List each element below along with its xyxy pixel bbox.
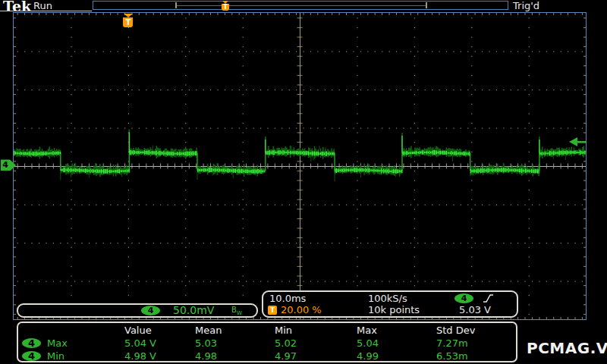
measurement-std-dev: 6.53m	[436, 350, 468, 362]
record-view-bar[interactable]: T	[93, 1, 508, 10]
column-header-value: Value	[124, 325, 152, 336]
top-status-bar: Tek Run T Trig'd	[0, 0, 607, 12]
vertical-scale-value: 50.0mV	[173, 304, 214, 316]
trigger-t-icon: T	[123, 17, 133, 27]
record-window-right-bracket-icon[interactable]	[426, 2, 427, 8]
measurement-label: Max	[47, 337, 68, 349]
measurement-max: 4.99	[357, 350, 379, 362]
measurement-table: Value Mean Min Max Std Dev 4 Max 5.04 V …	[17, 322, 517, 362]
trigger-source-badge: 4	[454, 293, 473, 303]
trigger-position-marker[interactable]: T	[123, 14, 133, 27]
trigger-level-value: 5.03 V	[459, 304, 491, 315]
bandwidth-limit-indicator: BW	[231, 306, 242, 316]
column-header-max: Max	[357, 325, 377, 336]
record-trigger-position-icon[interactable]: T	[221, 1, 230, 11]
measurement-value: 5.04 V	[124, 337, 156, 349]
channel-badge: 4	[22, 338, 41, 348]
time-per-division: 10.0ms	[269, 293, 306, 304]
trigger-position-percent: 20.00 %	[281, 304, 322, 315]
measurement-mean: 4.98	[195, 350, 217, 362]
measurement-min: 5.02	[275, 337, 297, 349]
waveform-trace	[14, 13, 586, 319]
channel-badge: 4	[22, 351, 41, 361]
trigger-t-icon: T	[222, 4, 229, 11]
record-window-left-bracket-icon[interactable]	[175, 2, 177, 8]
measurement-min: 4.97	[275, 350, 297, 362]
channel-readout[interactable]: 4 50.0mV BW	[17, 303, 258, 318]
record-length: 10k points	[368, 304, 420, 315]
column-header-mean: Mean	[195, 325, 222, 336]
column-header-min: Min	[275, 325, 292, 336]
measurement-label: Min	[47, 350, 64, 362]
rising-edge-slope-icon	[482, 293, 495, 304]
measurement-std-dev: 7.27m	[436, 337, 468, 349]
watermark: PCMAG.VN	[527, 339, 607, 357]
trigger-status: Trig'd	[513, 0, 539, 11]
measurement-value: 4.98 V	[124, 350, 156, 362]
measurement-max: 5.04	[357, 337, 379, 349]
horizontal-trigger-readout[interactable]: 10.0ms 100kS/s 4 T 20.00 % 10k points 5.…	[262, 290, 518, 318]
oscilloscope-screen: Tek Run T Trig'd T 4 4 50.0mV BW 10.0	[0, 0, 607, 364]
record-view-waveform-line	[176, 5, 426, 6]
acquisition-status: Run	[33, 0, 52, 11]
graticule: T	[13, 12, 587, 320]
sample-rate: 100kS/s	[368, 293, 407, 304]
trigger-t-icon: T	[268, 306, 277, 315]
channel-badge: 4	[141, 306, 160, 315]
measurement-mean: 5.03	[195, 337, 217, 349]
topbar-divider	[0, 11, 92, 11]
column-header-std-dev: Std Dev	[436, 325, 475, 336]
trigger-level-arrow-icon[interactable]	[568, 136, 587, 147]
